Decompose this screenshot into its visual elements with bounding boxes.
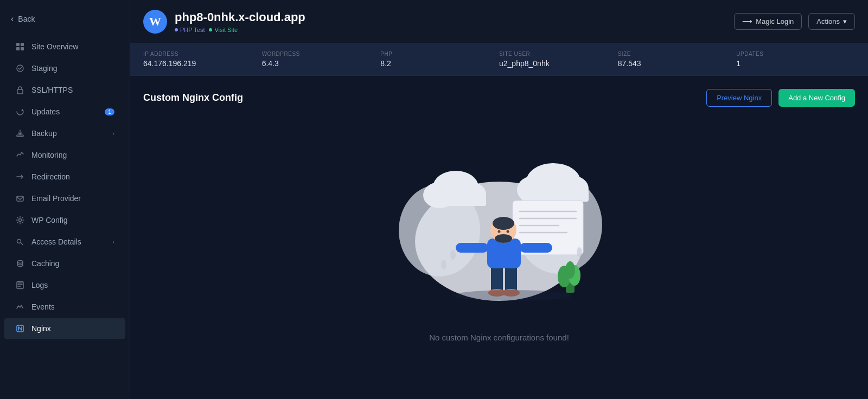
sidebar-item-ssl[interactable]: SSL/HTTPS (4, 80, 125, 100)
php-tag-dot (175, 28, 178, 31)
nginx-icon (15, 324, 25, 333)
updates-icon (15, 107, 25, 117)
stat-ip-address: IP ADDRESS 64.176.196.219 (143, 51, 262, 68)
stat-site-user: SITE USER u2_php8_0nhk (499, 51, 618, 68)
visit-tag-dot (209, 28, 212, 31)
magic-login-icon: ⟶ (742, 17, 752, 25)
sidebar-item-label: Access Details (31, 237, 81, 246)
wp-logo: W (143, 10, 167, 34)
redirection-icon (15, 172, 25, 182)
logs-icon (15, 280, 25, 290)
sidebar-item-events[interactable]: Events (4, 297, 125, 317)
sidebar-item-label: Logs (31, 281, 48, 289)
sidebar-item-label: Redirection (31, 172, 70, 181)
stat-php: PHP 8.2 (380, 51, 499, 68)
svg-rect-6 (17, 135, 23, 137)
events-icon (15, 302, 25, 312)
sidebar-item-backup[interactable]: Backup › (4, 123, 125, 144)
sidebar-item-email[interactable]: Email Provider (4, 188, 125, 209)
svg-point-31 (577, 247, 582, 257)
sidebar-item-label: Site Overview (31, 42, 78, 51)
magic-login-button[interactable]: ⟶ Magic Login (734, 13, 802, 30)
svg-point-29 (450, 250, 456, 260)
svg-rect-3 (21, 47, 24, 50)
sidebar-item-label: Staging (31, 64, 57, 73)
svg-rect-23 (529, 190, 589, 202)
sidebar-item-caching[interactable]: Caching (4, 253, 125, 274)
svg-rect-0 (16, 43, 20, 46)
stat-wordpress: WORDPRESS 6.4.3 (262, 51, 381, 68)
sidebar-item-nginx[interactable]: Nginx (4, 318, 125, 339)
site-info: php8-0nhk.x-cloud.app PHP Test Visit Sit… (175, 10, 305, 33)
header-right: ⟶ Magic Login Actions ▾ (734, 13, 855, 30)
sidebar-item-label: WP Config (31, 216, 68, 224)
sidebar-item-wp-config[interactable]: WP Config (4, 210, 125, 230)
svg-rect-1 (21, 43, 24, 46)
wp-config-icon (15, 215, 25, 225)
sidebar-item-staging[interactable]: Staging (4, 58, 125, 79)
php-tag: PHP Test (175, 27, 205, 33)
add-config-button[interactable]: Add a New Config (778, 89, 855, 107)
sidebar-item-updates[interactable]: Updates 1 (4, 101, 125, 122)
visit-site-tag[interactable]: Visit Site (209, 27, 238, 33)
svg-point-48 (453, 290, 572, 301)
stat-size-label: SIZE (618, 51, 726, 57)
stat-wp-value: 6.4.3 (262, 59, 370, 68)
staging-icon (15, 63, 25, 73)
caching-icon (15, 259, 25, 268)
access-details-chevron: › (112, 239, 114, 245)
backup-icon (15, 128, 25, 138)
stat-updates-value: 1 (736, 59, 844, 68)
svg-point-43 (507, 230, 509, 233)
stat-size-value: 87.543 (618, 59, 726, 68)
sidebar-item-logs[interactable]: Logs (4, 275, 125, 295)
svg-point-40 (495, 234, 512, 243)
site-title: php8-0nhk.x-cloud.app (175, 10, 305, 24)
ssl-icon (15, 85, 25, 95)
config-title: Custom Nginx Config (143, 92, 243, 104)
backup-chevron: › (112, 130, 114, 137)
svg-rect-38 (520, 243, 552, 253)
empty-message: No custom Nginx configurations found! (429, 333, 569, 342)
svg-point-47 (565, 261, 575, 279)
sidebar-item-redirection[interactable]: Redirection (4, 166, 125, 187)
sidebar-item-label: Monitoring (31, 151, 67, 159)
stat-size: SIZE 87.543 (618, 51, 737, 68)
svg-rect-32 (491, 265, 503, 293)
email-icon (15, 194, 25, 203)
stat-user-label: SITE USER (499, 51, 607, 57)
site-overview-icon (15, 42, 25, 52)
svg-rect-37 (456, 243, 488, 253)
sidebar-item-monitoring[interactable]: Monitoring (4, 145, 125, 165)
back-arrow-icon: ‹ (11, 14, 14, 24)
main-content: W php8-0nhk.x-cloud.app PHP Test Visit S… (130, 0, 868, 399)
stat-updates-label: UPDATES (736, 51, 844, 57)
back-button[interactable]: ‹ Back (0, 9, 130, 29)
actions-chevron-icon: ▾ (843, 17, 847, 25)
sidebar-item-label: Events (31, 303, 55, 311)
preview-nginx-button[interactable]: Preview Nginx (706, 89, 772, 107)
sidebar-item-label: Nginx (31, 324, 51, 333)
updates-badge: 1 (105, 108, 114, 115)
stat-php-value: 8.2 (380, 59, 488, 68)
sidebar-item-label: SSL/HTTPS (31, 86, 73, 94)
svg-point-30 (441, 260, 446, 269)
svg-point-9 (17, 240, 21, 243)
sidebar-item-access-details[interactable]: Access Details › (4, 231, 125, 252)
site-tags: PHP Test Visit Site (175, 27, 305, 33)
config-actions: Preview Nginx Add a New Config (706, 89, 855, 107)
config-header: Custom Nginx Config Preview Nginx Add a … (143, 89, 855, 107)
access-details-icon (15, 237, 25, 247)
svg-point-8 (19, 219, 22, 222)
svg-rect-19 (434, 195, 486, 206)
sidebar-item-site-overview[interactable]: Site Overview (4, 36, 125, 57)
stats-bar: IP ADDRESS 64.176.196.219 WORDPRESS 6.4.… (130, 43, 868, 76)
sidebar-item-label: Email Provider (31, 194, 81, 203)
svg-point-41 (493, 217, 514, 230)
sidebar: ‹ Back Site Overview Staging SSL/HTTPS U… (0, 0, 130, 399)
sidebar-item-label: Updates (31, 107, 60, 116)
svg-rect-36 (487, 239, 521, 268)
nginx-illustration (396, 146, 602, 320)
stat-ip-value: 64.176.196.219 (143, 59, 251, 68)
actions-button[interactable]: Actions ▾ (808, 13, 855, 30)
